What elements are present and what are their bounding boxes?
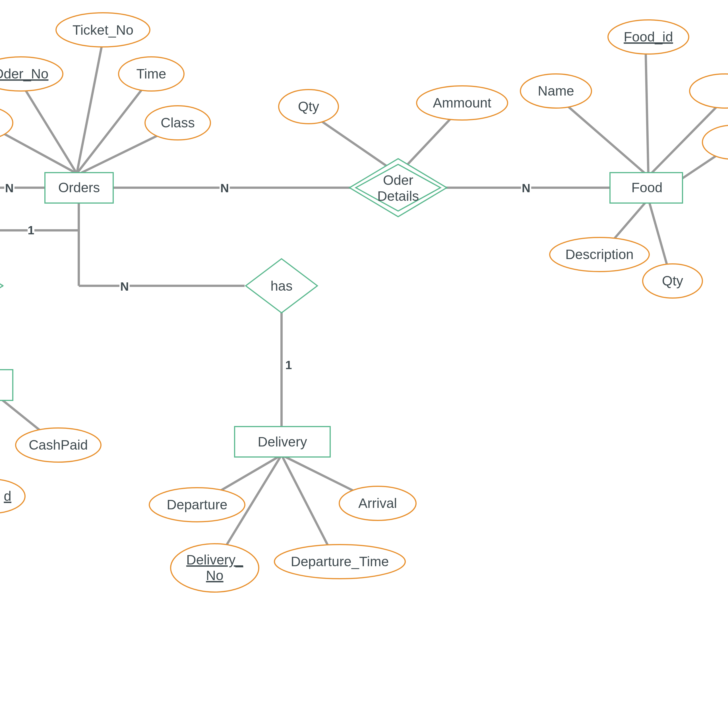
rel-orderdetails-l1: Oder [383,173,413,188]
rel-orderdetails-inner [356,164,440,211]
attr-qty-food-label: Qty [662,273,684,288]
svg-text:1: 1 [28,223,34,237]
attr-class-label: Class [161,115,195,130]
attr-d-label: d [4,489,11,504]
rel-orderdetails-l2: Details [377,188,419,203]
svg-text:N: N [220,181,229,195]
conn-food-foodid [645,43,648,176]
attr-qty-rel-label: Qty [298,99,320,114]
rel-has-label: has [271,278,292,294]
conn-orders-e [0,122,77,173]
connectors [0,40,728,559]
attr-description-label: Description [565,247,633,262]
entity-food-label: Food [631,180,662,195]
conn-food-qty [648,199,670,274]
attr-name-label: Name [538,83,574,98]
rel-partial-left [0,262,3,310]
svg-text:N: N [5,181,14,195]
attr-oderno-label: Oder_No [0,66,48,81]
svg-text:N: N [522,181,530,195]
attr-food-right2[interactable] [702,125,728,159]
conn-orders-time [77,81,148,173]
attr-departuretime-label: Departure_Time [291,554,389,569]
conn-food-name [557,97,648,176]
er-diagram: Orders Food Delivery Oder Details has Ti… [0,0,728,728]
attr-food-right1[interactable] [690,74,728,108]
attr-cashpaid-label: CashPaid [29,437,88,453]
attr-arrival-label: Arrival [358,496,397,511]
entity-delivery-label: Delivery [258,434,307,449]
attr-ammount-label: Ammount [433,95,491,110]
entity-orders-label: Orders [58,180,100,195]
conn-del-deptime [281,455,333,556]
conn-orders-ticketno [77,40,103,173]
attr-deliveryno-l2: No [206,568,223,583]
attr-foodid-label: Food_id [624,29,673,44]
attr-ticketno-label: Ticket_No [72,23,133,38]
entity-partial-bill [0,370,13,401]
attr-departure-label: Departure [167,497,227,512]
attr-time-label: Time [136,66,166,81]
svg-text:1: 1 [285,358,292,372]
svg-text:N: N [120,280,129,293]
attr-deliveryno-l1: Delivery_ [186,552,243,567]
conn-orders-oderno [21,83,77,173]
